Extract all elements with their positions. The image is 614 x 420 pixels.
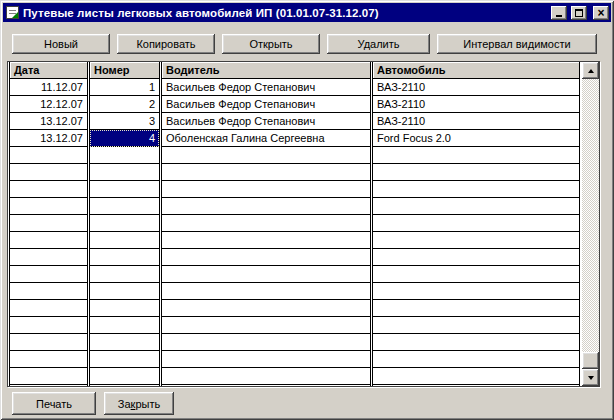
scrollbar-track[interactable]: [582, 79, 599, 369]
cell-empty: [10, 283, 87, 300]
cell-empty: [373, 368, 579, 385]
grid-columns: Дата11.12.0712.12.0713.12.0713.12.07Номе…: [8, 62, 580, 386]
close-button[interactable]: ×: [593, 6, 609, 20]
cell-empty: [10, 147, 87, 164]
open-button[interactable]: Открыть: [222, 34, 320, 54]
cell-empty: [10, 249, 87, 266]
cell-empty: [373, 198, 579, 215]
scrollbar-thumb[interactable]: [582, 352, 599, 369]
cell-empty: [90, 181, 159, 198]
cell-number-row-2[interactable]: 2: [90, 96, 159, 113]
title-bar: Путевые листы легковых автомобилей ИП (0…: [3, 3, 611, 22]
cell-empty: [90, 215, 159, 232]
cell-empty: [10, 164, 87, 181]
minimize-button[interactable]: [551, 6, 567, 20]
print-button[interactable]: Печать: [12, 392, 96, 415]
cell-empty: [90, 249, 159, 266]
cell-empty: [90, 300, 159, 317]
maximize-icon: [575, 9, 583, 17]
close-icon: ×: [597, 8, 604, 18]
column-header-car[interactable]: Автомобиль: [373, 62, 579, 79]
cell-empty: [162, 198, 370, 215]
delete-button[interactable]: Удалить: [327, 34, 430, 54]
column-number: Номер1234: [89, 62, 160, 386]
copy-button[interactable]: Копировать: [117, 34, 215, 54]
cell-empty: [373, 181, 579, 198]
cell-empty: [373, 317, 579, 334]
cell-car-row-2[interactable]: ВАЗ-2110: [373, 96, 579, 113]
cell-empty: [373, 334, 579, 351]
cell-date-row-4[interactable]: 13.12.07: [10, 130, 87, 147]
cell-empty: [90, 266, 159, 283]
cell-empty: [90, 198, 159, 215]
column-header-date[interactable]: Дата: [10, 62, 87, 79]
cell-empty: [162, 181, 370, 198]
cell-driver-row-3[interactable]: Васильев Федор Степанович: [162, 113, 370, 130]
cell-empty: [90, 164, 159, 181]
scroll-down-button[interactable]: [582, 369, 599, 386]
new-button[interactable]: Новый: [12, 34, 110, 54]
cell-empty: [162, 164, 370, 181]
column-date: Дата11.12.0712.12.0713.12.0713.12.07: [9, 62, 88, 386]
close-label-pre: За: [118, 398, 131, 410]
column-driver: ВодительВасильев Федор СтепановичВасилье…: [161, 62, 371, 386]
cell-empty: [90, 334, 159, 351]
cell-empty: [162, 249, 370, 266]
cell-empty: [10, 334, 87, 351]
cell-empty: [162, 232, 370, 249]
cell-empty: [373, 300, 579, 317]
cell-car-row-1[interactable]: ВАЗ-2110: [373, 79, 579, 96]
cell-empty: [162, 266, 370, 283]
journal-table: Дата11.12.0712.12.0713.12.0713.12.07Номе…: [7, 61, 600, 387]
cell-empty: [90, 317, 159, 334]
cell-empty: [373, 266, 579, 283]
cell-empty: [373, 351, 579, 368]
close-label-post: рыть: [135, 398, 160, 410]
cell-number-row-1[interactable]: 1: [90, 79, 159, 96]
cell-number-row-3[interactable]: 3: [90, 113, 159, 130]
arrow-up-icon: [588, 69, 594, 73]
cell-driver-row-4[interactable]: Оболенская Галина Сергеевна: [162, 130, 370, 147]
cell-empty: [162, 300, 370, 317]
cell-empty: [162, 147, 370, 164]
journal-icon: [6, 6, 19, 19]
cell-empty: [162, 351, 370, 368]
cell-empty: [373, 147, 579, 164]
close-form-button[interactable]: Закрыть: [104, 392, 174, 415]
scroll-up-button[interactable]: [582, 62, 599, 79]
cell-date-row-1[interactable]: 11.12.07: [10, 79, 87, 96]
cell-empty: [162, 368, 370, 385]
cell-empty: [373, 164, 579, 181]
cell-empty: [10, 181, 87, 198]
cell-empty: [373, 232, 579, 249]
cell-empty: [373, 215, 579, 232]
cell-date-row-2[interactable]: 12.12.07: [10, 96, 87, 113]
cell-empty: [10, 351, 87, 368]
cell-empty: [90, 232, 159, 249]
cell-empty: [10, 368, 87, 385]
selected-cell[interactable]: 4: [90, 130, 159, 147]
cell-empty: [90, 147, 159, 164]
maximize-button[interactable]: [571, 6, 587, 20]
cell-empty: [162, 215, 370, 232]
cell-car-row-3[interactable]: ВАЗ-2110: [373, 113, 579, 130]
cell-driver-row-2[interactable]: Васильев Федор Степанович: [162, 96, 370, 113]
window-title: Путевые листы легковых автомобилей ИП (0…: [23, 7, 547, 19]
column-car: АвтомобильВАЗ-2110ВАЗ-2110ВАЗ-2110Ford F…: [372, 62, 580, 386]
cell-empty: [90, 283, 159, 300]
minimize-icon: [556, 15, 562, 17]
cell-empty: [10, 232, 87, 249]
column-header-driver[interactable]: Водитель: [162, 62, 370, 79]
vertical-scrollbar[interactable]: [582, 62, 599, 386]
journal-window: Путевые листы легковых автомобилей ИП (0…: [0, 0, 614, 420]
cell-date-row-3[interactable]: 13.12.07: [10, 113, 87, 130]
cell-empty: [162, 283, 370, 300]
cell-driver-row-1[interactable]: Васильев Федор Степанович: [162, 79, 370, 96]
cell-car-row-4[interactable]: Ford Focus 2.0: [373, 130, 579, 147]
cell-empty: [10, 215, 87, 232]
cell-empty: [10, 300, 87, 317]
cell-empty: [90, 351, 159, 368]
arrow-down-icon: [588, 376, 594, 380]
column-header-number[interactable]: Номер: [90, 62, 159, 79]
visibility-interval-button[interactable]: Интервал видимости: [437, 34, 597, 54]
